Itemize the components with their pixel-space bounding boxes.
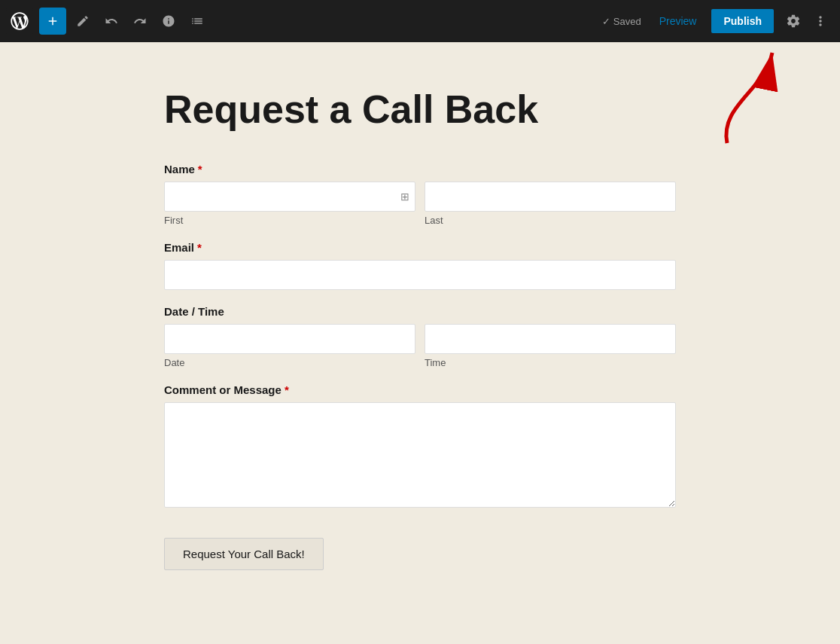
date-sublabel: Date [164,357,415,368]
saved-label: Saved [613,16,641,27]
publish-button[interactable]: Publish [711,9,774,33]
page-title: Request a Call Back [164,87,676,133]
submit-button[interactable]: Request Your Call Back! [164,538,324,570]
main-content: Request a Call Back Name * ⊞ First [0,42,840,644]
name-first-input[interactable] [164,182,415,212]
settings-button[interactable] [780,8,807,35]
message-label: Comment or Message * [164,383,676,396]
tools-button[interactable] [69,8,96,35]
undo-button[interactable] [98,8,125,35]
name-label: Name * [164,163,676,175]
saved-status: ✓ Saved [602,16,641,27]
email-input[interactable] [164,260,676,290]
name-first-wrapper: ⊞ [164,182,415,212]
name-first-sublabel: First [164,215,415,226]
message-required-star: * [285,383,289,396]
list-view-button[interactable] [184,8,211,35]
name-last-col: Last [425,182,676,226]
toolbar: ✓ Saved Preview Publish [0,0,840,42]
date-col: Date [164,324,415,368]
date-input[interactable] [164,324,415,354]
more-options-button[interactable] [807,8,834,35]
info-button[interactable] [155,8,182,35]
redo-button[interactable] [126,8,154,35]
wp-logo[interactable] [6,8,33,35]
name-field: Name * ⊞ First Last [164,163,676,226]
add-block-button[interactable] [39,8,66,35]
page-content: Request a Call Back Name * ⊞ First [164,87,676,614]
time-col: Time [425,324,676,368]
datetime-label: Date / Time [164,305,676,318]
email-label: Email * [164,241,676,254]
preview-button[interactable]: Preview [650,11,706,32]
form-container: Name * ⊞ First Last [164,163,676,570]
check-icon: ✓ [602,16,610,27]
message-field: Comment or Message * [164,383,676,511]
email-field: Email * [164,241,676,290]
name-field-row: ⊞ First Last [164,182,676,226]
time-sublabel: Time [425,357,676,368]
email-required-star: * [197,241,202,254]
datetime-field-row: Date Time [164,324,676,368]
time-input[interactable] [425,324,676,354]
name-last-input[interactable] [425,182,676,212]
datetime-field: Date / Time Date Time [164,305,676,368]
message-textarea[interactable] [164,402,676,508]
name-required-star: * [198,163,202,175]
name-last-sublabel: Last [425,215,676,226]
name-first-col: ⊞ First [164,182,415,226]
